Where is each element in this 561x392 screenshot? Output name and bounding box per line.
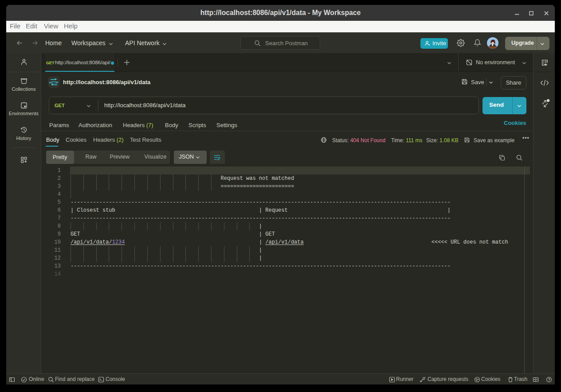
svg-text:HTTP: HTTP <box>49 81 59 85</box>
